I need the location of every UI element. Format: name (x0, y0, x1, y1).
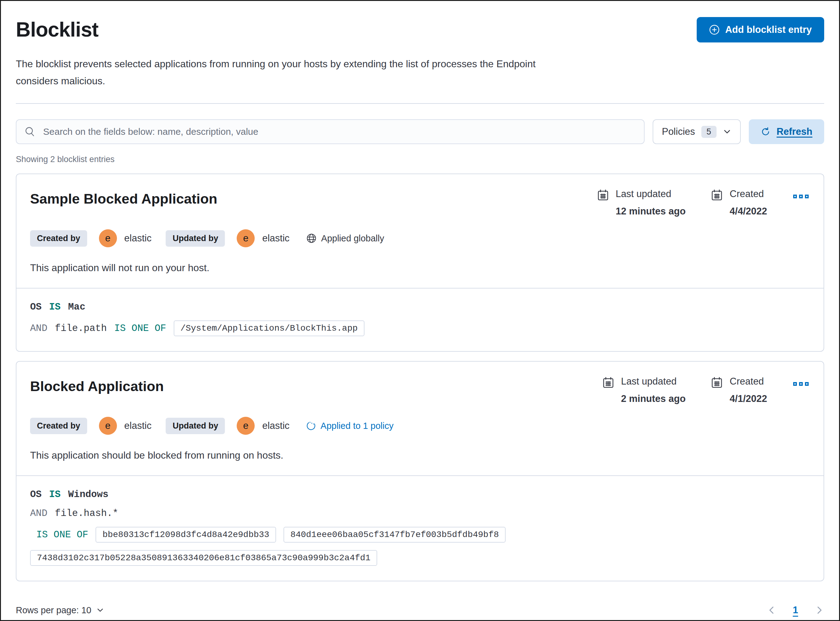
plus-in-circle-icon (709, 24, 720, 35)
calendar-icon (710, 188, 724, 201)
scope-indicator: Applied globally (306, 233, 384, 244)
policies-count-badge: 5 (701, 126, 717, 138)
os-operator: IS (49, 489, 61, 500)
avatar: e (99, 417, 117, 435)
boxes-horizontal-menu-icon[interactable] (792, 379, 810, 389)
os-field: OS (30, 489, 41, 500)
chevron-down-icon (96, 606, 104, 614)
scope-label: Applied to 1 policy (321, 421, 393, 431)
created-label: Created (729, 376, 767, 389)
last-updated-value: 2 minutes ago (621, 393, 685, 404)
entry-description: This application will not run on your ho… (30, 262, 810, 288)
condition-field: file.hash.* (55, 508, 118, 519)
condition-value: 840d1eee06baa05cf3147fb7ef003b5dfdb49bf8 (284, 527, 506, 542)
last-updated-block: Last updated 12 minutes ago (597, 188, 686, 217)
partial-circle-icon (306, 421, 316, 431)
entry-conditions: OS IS Mac AND file.path IS ONE OF /Syste… (17, 288, 823, 351)
os-value: Mac (68, 301, 85, 312)
search-icon (24, 126, 36, 137)
created-by-user: elastic (125, 233, 152, 244)
entry-badges: Created by e elastic Updated by e elasti… (30, 417, 810, 435)
created-by-tag: Created by (30, 418, 87, 434)
updated-by-user: elastic (262, 233, 289, 244)
page-description: The blocklist prevents selected applicat… (16, 56, 543, 89)
os-value: Windows (68, 489, 108, 500)
add-blocklist-entry-label: Add blocklist entry (725, 24, 812, 35)
entry-conditions: OS IS Windows AND file.hash.* IS ONE OF … (17, 476, 823, 581)
created-by-user: elastic (125, 420, 152, 431)
created-value: 4/4/2022 (729, 206, 767, 217)
pagination: 1 (767, 604, 824, 616)
avatar: e (237, 229, 255, 247)
refresh-label: Refresh (777, 126, 813, 137)
globe-icon (306, 233, 317, 244)
avatar: e (99, 229, 117, 247)
search-box[interactable] (16, 119, 645, 144)
blocklist-page: Blocklist Add blocklist entry The blockl… (0, 0, 840, 621)
blocklist-entry-card: Sample Blocked Application (16, 174, 824, 352)
condition-value: bbe80313cf12098d3fc4d8a42e9dbb33 (96, 527, 276, 542)
policies-filter-button[interactable]: Policies 5 (653, 119, 741, 144)
created-block: Created 4/1/2022 (710, 376, 767, 404)
blocklist-entry-card: Blocked Application (16, 361, 824, 581)
created-by-tag: Created by (30, 230, 87, 247)
updated-by-tag: Updated by (166, 230, 225, 247)
condition-operator: IS ONE OF (114, 323, 166, 334)
rows-per-page-label: Rows per page: 10 (16, 605, 91, 615)
policies-filter-label: Policies (662, 126, 695, 137)
entry-description: This application should be blocked from … (30, 450, 810, 476)
calendar-icon (597, 188, 610, 201)
entry-title: Blocked Application (30, 379, 164, 394)
scope-label: Applied globally (321, 233, 384, 244)
showing-count-text: Showing 2 blocklist entries (16, 154, 824, 164)
search-input[interactable] (43, 126, 636, 137)
avatar: e (237, 417, 255, 435)
entry-meta: Last updated 2 minutes ago (602, 376, 810, 404)
condition-value: /System/Applications/BlockThis.app (174, 320, 365, 336)
condition-field: file.path (55, 323, 107, 334)
header-divider (16, 103, 824, 104)
entry-meta: Last updated 12 minutes ago (597, 188, 810, 217)
condition-operator: IS ONE OF (36, 529, 88, 540)
page-header: Blocklist Add blocklist entry (16, 15, 824, 42)
updated-by-tag: Updated by (166, 418, 225, 434)
created-label: Created (729, 188, 767, 201)
page-number-1[interactable]: 1 (791, 604, 800, 616)
condition-conjunction: AND (30, 323, 47, 334)
rows-per-page-button[interactable]: Rows per page: 10 (16, 605, 104, 615)
last-updated-value: 12 minutes ago (616, 206, 686, 217)
next-page-button[interactable] (814, 605, 824, 615)
refresh-button[interactable]: Refresh (749, 119, 824, 144)
add-blocklist-entry-button[interactable]: Add blocklist entry (697, 17, 824, 42)
page-title: Blocklist (16, 18, 98, 41)
entry-badges: Created by e elastic Updated by e elasti… (30, 229, 810, 247)
created-value: 4/1/2022 (729, 393, 767, 404)
last-updated-label: Last updated (616, 188, 686, 201)
entry-title: Sample Blocked Application (30, 191, 217, 207)
last-updated-block: Last updated 2 minutes ago (602, 376, 685, 404)
calendar-icon (710, 376, 724, 389)
os-operator: IS (49, 301, 61, 312)
filter-bar: Policies 5 Refresh (16, 119, 824, 144)
updated-by-user: elastic (262, 420, 289, 431)
condition-value: 7438d3102c317b05228a350891363340206e81cf… (30, 550, 377, 566)
calendar-icon (602, 376, 615, 389)
previous-page-button[interactable] (767, 605, 777, 615)
refresh-icon (761, 127, 770, 137)
chevron-right-icon (814, 605, 824, 615)
boxes-horizontal-menu-icon[interactable] (792, 191, 810, 201)
chevron-left-icon (767, 605, 777, 615)
table-footer: Rows per page: 10 1 (16, 604, 824, 621)
os-field: OS (30, 301, 41, 312)
chevron-down-icon (723, 127, 731, 136)
condition-conjunction: AND (30, 508, 47, 519)
last-updated-label: Last updated (621, 376, 685, 389)
applied-policy-link[interactable]: Applied to 1 policy (306, 421, 393, 431)
created-block: Created 4/4/2022 (710, 188, 767, 217)
